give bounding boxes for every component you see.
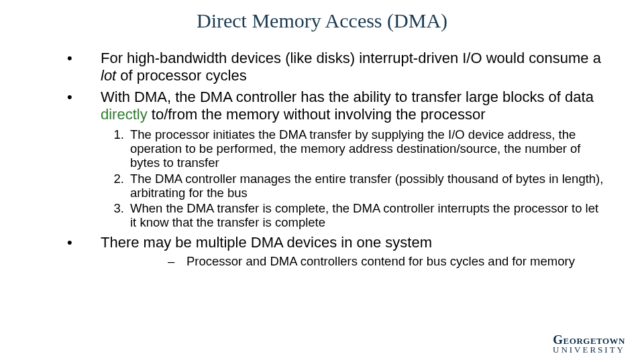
bullet-list-2: There may be multiple DMA devices in one… <box>60 234 604 268</box>
slide-title: Direct Memory Access (DMA) <box>0 0 644 36</box>
bullet-2-pre: With DMA, the DMA controller has the abi… <box>101 88 594 105</box>
university-logo: Georgetown UNIVERSITY <box>553 334 625 354</box>
bullet-2-em: directly <box>101 106 148 123</box>
numbered-steps: The processor initiates the DMA transfer… <box>60 127 604 230</box>
bullet-2: With DMA, the DMA controller has the abi… <box>60 88 604 123</box>
bullet-1-post: of processor cycles <box>116 67 246 84</box>
bullet-3: There may be multiple DMA devices in one… <box>60 234 604 268</box>
logo-line-2: UNIVERSITY <box>553 346 625 354</box>
step-1: The processor initiates the DMA transfer… <box>127 127 604 170</box>
bullet-list: For high-bandwidth devices (like disks) … <box>60 50 604 123</box>
bullet-1-em: lot <box>101 67 116 84</box>
bullet-2-post: to/from the memory without involving the… <box>148 106 486 123</box>
step-2: The DMA controller manages the entire tr… <box>127 172 604 200</box>
bullet-1-pre: For high-bandwidth devices (like disks) … <box>101 50 601 66</box>
slide-body: For high-bandwidth devices (like disks) … <box>0 36 644 268</box>
bullet-1: For high-bandwidth devices (like disks) … <box>60 50 604 84</box>
logo-line-1: Georgetown <box>553 334 625 346</box>
step-3: When the DMA transfer is complete, the D… <box>127 201 604 230</box>
sub-bullet-list: Processor and DMA controllers contend fo… <box>101 254 604 268</box>
bullet-3-text: There may be multiple DMA devices in one… <box>101 234 432 251</box>
sub-bullet-1: Processor and DMA controllers contend fo… <box>168 254 604 268</box>
slide: Direct Memory Access (DMA) For high-band… <box>0 0 644 362</box>
